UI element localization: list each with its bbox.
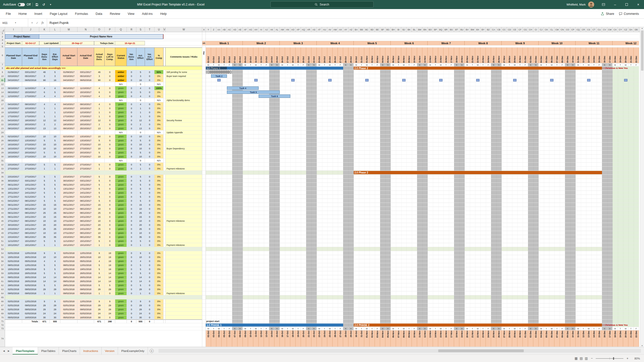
cell[interactable]: 23/10/2017 xyxy=(5,227,22,231)
cell[interactable]: 5 xyxy=(136,179,145,183)
cell[interactable] xyxy=(166,78,202,82)
cell[interactable] xyxy=(166,267,202,271)
table-header-cell[interactable]: Days Dura-tion xyxy=(39,48,50,66)
cell[interactable]: 02/02/2018 xyxy=(77,283,94,287)
date-header[interactable]: 14-Oct xyxy=(269,48,274,63)
date-header[interactable]: 04-Oct xyxy=(216,330,222,347)
cell[interactable]: 0 xyxy=(105,315,115,319)
cell[interactable]: Payment milestone xyxy=(166,291,202,295)
cell[interactable]: 0 xyxy=(105,74,115,78)
day-letter[interactable]: W xyxy=(216,63,222,66)
cell[interactable]: 5 xyxy=(94,179,105,183)
cell[interactable]: 06/02/2018 xyxy=(22,78,39,82)
date-header[interactable]: 11-Nov xyxy=(417,48,422,63)
cell[interactable]: 46 xyxy=(39,70,50,74)
day-letter[interactable]: T xyxy=(480,327,486,330)
row-header[interactable]: 8 xyxy=(0,66,5,70)
gantt-phase2-bar[interactable]: 2.0 Phase 2 xyxy=(354,171,602,174)
column-header[interactable]: AY xyxy=(343,27,348,32)
column-header[interactable]: AS xyxy=(311,27,317,32)
day-letter[interactable]: S xyxy=(454,63,459,66)
table-header-cell[interactable]: Planned Start Date xyxy=(5,48,22,66)
cell[interactable]: green xyxy=(115,275,127,279)
cell[interactable]: 20 xyxy=(50,223,60,227)
cell[interactable]: 29 xyxy=(105,307,115,311)
cell[interactable]: 1 xyxy=(39,110,50,114)
gantt-phase1-bar[interactable]: 1.0 PHASE 1 xyxy=(206,324,343,327)
date-header[interactable]: 20-Oct xyxy=(301,330,306,347)
cell[interactable]: 27/11/2017 xyxy=(5,231,22,235)
row-header[interactable]: 47 xyxy=(0,223,5,227)
row-header[interactable]: 73 xyxy=(0,327,5,330)
day-letter[interactable]: T xyxy=(222,327,227,330)
cell[interactable]: 27/10/2017 xyxy=(77,167,94,170)
cell[interactable]: 0% xyxy=(154,187,164,191)
row-header[interactable]: 49 xyxy=(0,231,5,235)
cell[interactable]: 5 xyxy=(50,195,60,199)
cell[interactable]: 06/11/2017 xyxy=(60,183,77,187)
cell[interactable]: 02/01/2018 xyxy=(60,307,77,311)
row-header[interactable]: 41 xyxy=(0,199,5,203)
cell[interactable] xyxy=(164,203,166,207)
cell[interactable]: 27/11/2017 xyxy=(5,207,22,211)
cell[interactable]: 09/10/2017 xyxy=(60,139,77,142)
gantt-milestone-marker[interactable] xyxy=(254,79,258,81)
cell[interactable]: 1 xyxy=(39,291,50,295)
date-header[interactable]: 08-Oct xyxy=(237,48,243,63)
column-header[interactable]: L xyxy=(50,27,60,32)
cell[interactable]: 0 xyxy=(127,283,136,287)
cell[interactable]: 27/11/2017 xyxy=(5,195,22,199)
cell[interactable]: 23/10/2017 xyxy=(5,235,22,239)
cell[interactable]: 0 xyxy=(145,147,154,150)
cell[interactable]: 100% xyxy=(154,86,164,90)
cell[interactable]: 2 xyxy=(39,122,50,126)
cell[interactable]: 0 xyxy=(145,122,154,126)
column-header[interactable]: BR xyxy=(444,27,449,32)
date-header[interactable]: 12-Dec xyxy=(581,330,586,347)
cell[interactable]: 10 xyxy=(39,231,50,235)
cell[interactable]: 0 xyxy=(145,251,154,255)
table-header-cell[interactable]: Est. Effort Days xyxy=(50,48,60,66)
date-header[interactable]: 26-Oct xyxy=(333,48,338,63)
gantt-task-bar[interactable]: Task 2 xyxy=(211,74,227,78)
date-header[interactable]: 12-Nov xyxy=(422,330,428,347)
cell[interactable]: 5 xyxy=(50,163,60,166)
cell[interactable]: 0% xyxy=(154,251,164,255)
cell[interactable]: 09/02/2018 xyxy=(22,303,39,307)
date-header[interactable]: 08-Dec xyxy=(560,330,565,347)
zoom-out-button[interactable]: − xyxy=(591,356,593,360)
cell[interactable]: 04/10/2017 xyxy=(5,78,22,82)
cell[interactable]: 0% xyxy=(154,291,164,295)
cell[interactable]: 12/01/2018 xyxy=(22,263,39,267)
date-header[interactable]: 02-Nov xyxy=(370,330,375,347)
column-header[interactable]: K xyxy=(39,27,50,32)
autosave-toggle[interactable] xyxy=(18,3,25,6)
week-header[interactable]: Week 11 xyxy=(576,41,613,45)
cell[interactable]: 15/01/2018 xyxy=(5,255,22,259)
totals-cell[interactable] xyxy=(164,320,166,323)
column-header[interactable]: BJ xyxy=(401,27,407,32)
cell[interactable]: 06/10/2017 xyxy=(60,86,77,90)
row-header[interactable]: 42 xyxy=(0,203,5,207)
cell[interactable]: green xyxy=(115,291,127,295)
day-letter[interactable]: T xyxy=(407,63,412,66)
cell[interactable]: 0 xyxy=(145,231,154,235)
cell[interactable] xyxy=(105,82,115,86)
date-header[interactable]: 11-Nov xyxy=(417,330,422,347)
cell[interactable]: N/A xyxy=(115,82,127,86)
cell[interactable]: 35 xyxy=(136,235,145,239)
day-letter[interactable]: W xyxy=(253,327,259,330)
cell[interactable]: 1 xyxy=(50,110,60,114)
cell[interactable]: 06/10/2017 xyxy=(60,90,77,94)
row-header[interactable]: 74 xyxy=(0,330,5,347)
cell[interactable] xyxy=(166,179,202,183)
cell[interactable] xyxy=(164,159,166,162)
cell[interactable]: 25 xyxy=(136,227,145,231)
cell[interactable] xyxy=(164,118,166,122)
cell[interactable]: green xyxy=(115,255,127,259)
cell[interactable]: 0% xyxy=(154,259,164,263)
date-header[interactable]: 09-Oct xyxy=(243,330,248,347)
row-header[interactable]: 20 xyxy=(0,114,5,118)
cell[interactable]: Payment milestone xyxy=(166,243,202,247)
cell[interactable] xyxy=(127,130,136,134)
